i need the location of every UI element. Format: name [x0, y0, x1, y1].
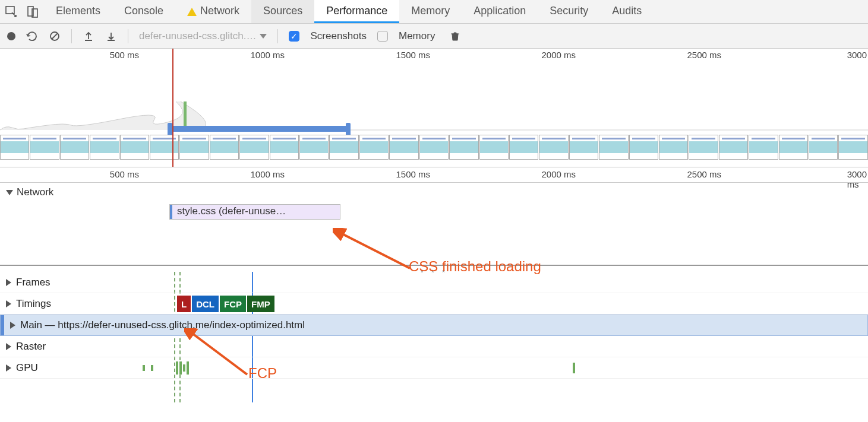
- badge-dcl[interactable]: DCL: [192, 296, 220, 312]
- memory-label: Memory: [399, 30, 435, 42]
- tab-sources[interactable]: Sources: [251, 0, 314, 23]
- devtools-tabs: Elements Console Network Sources Perform…: [0, 0, 868, 24]
- clear-icon[interactable]: [49, 30, 61, 42]
- screenshot-thumb[interactable]: [120, 135, 149, 160]
- detail-ruler: 500 ms 1000 ms 1500 ms 2000 ms 2500 ms 3…: [0, 167, 868, 183]
- network-request-bar[interactable]: style.css (defer-unuse…: [169, 204, 340, 220]
- svg-rect-0: [6, 7, 14, 14]
- screenshot-thumb[interactable]: [270, 135, 299, 160]
- screenshot-thumb[interactable]: [60, 135, 89, 160]
- expand-icon: [6, 190, 13, 195]
- memory-checkbox[interactable]: [377, 31, 388, 42]
- expand-icon: [6, 364, 11, 372]
- screenshot-thumb[interactable]: [329, 135, 358, 160]
- timing-badges: L DCL FCP FMP: [177, 296, 276, 312]
- reload-icon[interactable]: [26, 30, 38, 42]
- network-track[interactable]: style.css (defer-unuse…: [0, 202, 868, 266]
- time-selection[interactable]: [169, 126, 348, 132]
- chevron-down-icon: [260, 34, 267, 39]
- overview-ruler: 500 ms 1000 ms 1500 ms 2000 ms 2500 ms 3…: [0, 49, 868, 63]
- tab-console[interactable]: Console: [112, 0, 175, 23]
- overview-panel[interactable]: 500 ms 1000 ms 1500 ms 2000 ms 2500 ms 3…: [0, 49, 868, 167]
- inspect-icon[interactable]: [5, 5, 18, 18]
- screenshots-label: Screenshots: [310, 30, 367, 42]
- screenshots-checkbox[interactable]: ✓: [289, 31, 299, 42]
- tab-audits[interactable]: Audits: [600, 0, 654, 23]
- screenshots-row: [0, 135, 868, 160]
- tab-performance[interactable]: Performance: [314, 0, 399, 23]
- expand-icon: [10, 322, 15, 329]
- screenshot-thumb[interactable]: [0, 135, 29, 160]
- annotation-fcp: FCP: [248, 365, 277, 382]
- screenshot-thumb[interactable]: [809, 135, 838, 160]
- screenshot-thumb[interactable]: [599, 135, 628, 160]
- screenshot-thumb[interactable]: [210, 135, 239, 160]
- tab-elements[interactable]: Elements: [44, 0, 112, 23]
- network-section-header[interactable]: Network: [0, 183, 868, 202]
- screenshot-thumb[interactable]: [479, 135, 509, 160]
- device-icon[interactable]: [26, 5, 39, 18]
- upload-icon[interactable]: [83, 30, 94, 42]
- screenshot-thumb[interactable]: [90, 135, 119, 160]
- screenshot-thumb[interactable]: [629, 135, 658, 160]
- main-thread-row[interactable]: Main — https://defer-unused-css.glitch.m…: [0, 315, 868, 336]
- annotation-css: CSS finished loading: [409, 258, 541, 275]
- selection-handle-left[interactable]: [168, 123, 172, 136]
- screenshot-thumb[interactable]: [539, 135, 568, 160]
- record-button[interactable]: [7, 32, 15, 40]
- gpu-row[interactable]: GPU: [0, 357, 868, 379]
- screenshot-thumb[interactable]: [838, 135, 867, 160]
- screenshot-thumb[interactable]: [689, 135, 718, 160]
- screenshot-thumb[interactable]: [719, 135, 748, 160]
- screenshot-thumb[interactable]: [779, 135, 808, 160]
- inspect-tools: [0, 0, 44, 23]
- playhead[interactable]: [172, 49, 173, 167]
- screenshot-thumb[interactable]: [150, 135, 179, 160]
- timings-row[interactable]: Timings L DCL FCP FMP: [0, 293, 868, 315]
- badge-fcp[interactable]: FCP: [220, 296, 247, 312]
- expand-icon: [6, 300, 11, 307]
- flame-tracks: Frames Timings L DCL FCP FMP Main — http…: [0, 272, 868, 379]
- screenshot-thumb[interactable]: [509, 135, 538, 160]
- badge-l[interactable]: L: [177, 296, 192, 312]
- detail-panel: Network style.css (defer-unuse… ﹡﹡﹡ Fram…: [0, 183, 868, 379]
- trash-icon[interactable]: [449, 30, 461, 42]
- warning-icon: [187, 8, 197, 16]
- screenshot-thumb[interactable]: [659, 135, 688, 160]
- screenshot-thumb[interactable]: [749, 135, 778, 160]
- screenshot-thumb[interactable]: [419, 135, 449, 160]
- request-wait-segment: [169, 205, 172, 219]
- expand-icon: [6, 279, 11, 286]
- screenshot-thumb[interactable]: [569, 135, 598, 160]
- perf-toolbar: defer-unused-css.glitch.… ✓ Screenshots …: [0, 24, 868, 49]
- screenshot-thumb[interactable]: [359, 135, 389, 160]
- tab-application[interactable]: Application: [462, 0, 538, 23]
- recording-dropdown[interactable]: defer-unused-css.glitch.…: [139, 30, 267, 42]
- screenshot-thumb[interactable]: [179, 135, 209, 160]
- svg-line-4: [52, 33, 58, 39]
- frames-row[interactable]: Frames: [0, 272, 868, 293]
- tab-security[interactable]: Security: [538, 0, 600, 23]
- cpu-chart: [0, 101, 868, 131]
- expand-icon: [6, 343, 11, 350]
- screenshot-thumb[interactable]: [389, 135, 418, 160]
- screenshot-thumb[interactable]: [449, 135, 478, 160]
- download-icon[interactable]: [105, 30, 117, 42]
- screenshot-thumb[interactable]: [30, 135, 59, 160]
- screenshot-thumb[interactable]: [239, 135, 269, 160]
- raster-row[interactable]: Raster: [0, 336, 868, 357]
- tab-network[interactable]: Network: [175, 0, 251, 23]
- screenshot-thumb[interactable]: [299, 135, 329, 160]
- badge-fmp[interactable]: FMP: [247, 296, 276, 312]
- selection-handle-right[interactable]: [346, 123, 351, 136]
- tab-memory[interactable]: Memory: [399, 0, 462, 23]
